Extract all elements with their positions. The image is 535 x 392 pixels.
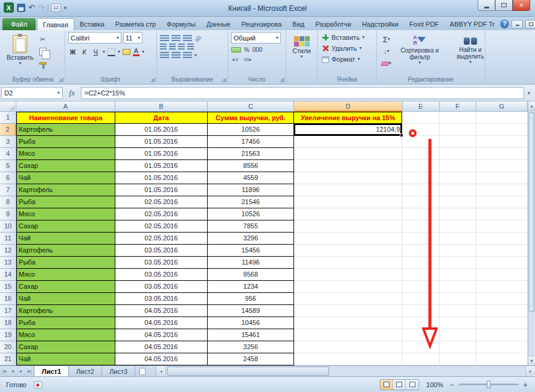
cell-A9[interactable]: Мясо xyxy=(16,208,115,220)
alignment-dialog-launcher-icon[interactable] xyxy=(222,77,226,82)
row-header-12[interactable]: 12 xyxy=(0,245,16,257)
comma-format-button[interactable]: 000 xyxy=(252,47,263,53)
row-header-18[interactable]: 18 xyxy=(0,317,16,329)
font-color-button[interactable]: А xyxy=(133,48,139,56)
sheet-tab-1[interactable]: Лист1 xyxy=(34,366,69,376)
cell-G14[interactable] xyxy=(476,269,528,281)
cell-F18[interactable] xyxy=(440,317,476,329)
cell-E2[interactable] xyxy=(402,124,439,136)
cell-B21[interactable]: 04.05.2016 xyxy=(115,353,208,365)
cell-G10[interactable] xyxy=(476,220,528,233)
fill-handle[interactable] xyxy=(400,133,403,137)
cell-F5[interactable] xyxy=(440,160,476,172)
cell-B17[interactable]: 04.05.2016 xyxy=(115,305,208,317)
underline-dropdown-icon[interactable]: ▾ xyxy=(103,50,105,54)
cell-D8[interactable] xyxy=(294,196,402,208)
increase-decimal-icon[interactable]: ◂.0 xyxy=(231,56,239,63)
cell-A11[interactable]: Чай xyxy=(16,233,115,245)
cell-G5[interactable] xyxy=(476,160,528,172)
borders-icon[interactable] xyxy=(107,48,115,56)
cell-G18[interactable] xyxy=(476,317,528,329)
cell-B8[interactable]: 02.05.2016 xyxy=(115,196,208,208)
row-header-15[interactable]: 15 xyxy=(0,281,16,293)
cell-G17[interactable] xyxy=(476,305,528,317)
cut-icon[interactable]: ✂ xyxy=(36,34,50,45)
cell-G19[interactable] xyxy=(476,329,528,341)
scroll-left-icon[interactable]: ◂ xyxy=(156,366,166,376)
cell-A13[interactable]: Рыба xyxy=(16,257,115,269)
row-header-2[interactable]: 2 xyxy=(0,124,16,136)
cell-F13[interactable] xyxy=(440,257,476,269)
cell-C10[interactable]: 7855 xyxy=(208,220,294,233)
cell-F19[interactable] xyxy=(440,329,476,341)
expand-formula-bar-icon[interactable]: ▾ xyxy=(524,90,534,96)
cell-D13[interactable] xyxy=(294,257,402,269)
sort-filter-button[interactable]: АЯ Сортировка и фильтр ▾ xyxy=(396,32,444,69)
zoom-track[interactable] xyxy=(458,384,519,385)
cell-B7[interactable]: 01.05.2016 xyxy=(115,184,208,196)
paste-dropdown-icon[interactable]: ▾ xyxy=(19,61,21,66)
cell-D11[interactable] xyxy=(294,233,402,245)
insert-cells-button[interactable]: Вставить ▾ xyxy=(321,32,373,43)
cell-B9[interactable]: 02.05.2016 xyxy=(115,208,208,220)
cell-F9[interactable] xyxy=(440,208,476,220)
insert-sheet-icon[interactable] xyxy=(135,366,150,376)
copy-icon[interactable] xyxy=(36,46,50,57)
cell-A2[interactable]: Картофель xyxy=(16,124,115,136)
cell-B10[interactable]: 02.05.2016 xyxy=(115,220,208,233)
column-header-G[interactable]: G xyxy=(476,101,528,112)
cell-E17[interactable] xyxy=(402,305,439,317)
row-header-3[interactable]: 3 xyxy=(0,136,16,148)
cell-A10[interactable]: Сахар xyxy=(16,220,115,233)
number-dialog-launcher-icon[interactable] xyxy=(280,77,284,82)
align-top-icon[interactable] xyxy=(160,35,169,42)
undo-icon[interactable]: ↶ xyxy=(28,4,35,12)
cell-G7[interactable] xyxy=(476,184,528,196)
row-header-17[interactable]: 17 xyxy=(0,305,16,317)
ribbon-tab-7[interactable]: Вид xyxy=(287,18,310,30)
ribbon-tab-9[interactable]: Надстройки xyxy=(357,18,404,30)
cell-C21[interactable]: 2458 xyxy=(208,353,294,365)
cell-D20[interactable] xyxy=(294,341,402,353)
cell-C13[interactable]: 11496 xyxy=(208,257,294,269)
cell-E4[interactable] xyxy=(402,148,439,160)
cell-C4[interactable]: 21563 xyxy=(208,148,294,160)
cell-E5[interactable] xyxy=(402,160,439,172)
cell-G6[interactable] xyxy=(476,172,528,184)
bold-button[interactable]: Ж xyxy=(68,47,77,57)
cell-C20[interactable]: 3256 xyxy=(208,341,294,353)
cell-F1[interactable] xyxy=(440,112,476,124)
cell-D12[interactable] xyxy=(294,245,402,257)
cell-F6[interactable] xyxy=(440,172,476,184)
cell-E20[interactable] xyxy=(402,341,439,353)
format-cells-button[interactable]: Формат ▾ xyxy=(321,54,373,65)
align-middle-icon[interactable] xyxy=(171,35,181,42)
cell-G13[interactable] xyxy=(476,257,528,269)
cell-D7[interactable] xyxy=(294,184,402,196)
cell-C12[interactable]: 15456 xyxy=(208,245,294,257)
column-header-F[interactable]: F xyxy=(440,101,476,112)
cell-C14[interactable]: 9568 xyxy=(208,269,294,281)
font-dialog-launcher-icon[interactable] xyxy=(150,77,155,82)
styles-button[interactable]: Стили ▾ xyxy=(289,32,314,61)
cell-F3[interactable] xyxy=(440,136,476,148)
cell-D19[interactable] xyxy=(294,329,402,341)
workbook-minimize-button[interactable] xyxy=(511,20,523,28)
cell-B6[interactable]: 01.05.2016 xyxy=(115,172,208,184)
last-sheet-icon[interactable]: ▸| xyxy=(25,366,34,376)
font-color-dropdown-icon[interactable]: ▾ xyxy=(142,50,144,54)
number-format-select[interactable]: Общий ▾ xyxy=(231,32,281,43)
cell-F17[interactable] xyxy=(440,305,476,317)
column-header-B[interactable]: B xyxy=(115,101,208,112)
cell-G1[interactable] xyxy=(476,112,528,124)
percent-format-button[interactable]: % xyxy=(244,47,249,53)
save-icon[interactable] xyxy=(17,4,25,12)
cell-A14[interactable]: Мясо xyxy=(16,269,115,281)
clear-icon[interactable]: ▾ xyxy=(380,58,393,69)
font-name-select[interactable]: Calibri ▾ xyxy=(68,32,121,43)
qat-dropdown-icon[interactable]: ▾ xyxy=(64,5,67,11)
minimize-button[interactable] xyxy=(478,0,495,11)
cell-E9[interactable] xyxy=(402,208,439,220)
column-header-C[interactable]: C xyxy=(208,101,294,112)
normal-view-icon[interactable] xyxy=(380,380,393,390)
